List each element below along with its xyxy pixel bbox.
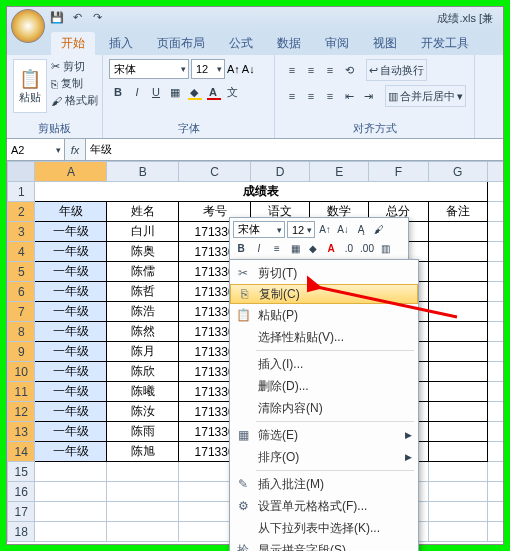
data-cell[interactable] — [428, 382, 487, 402]
col-header-D[interactable]: D — [251, 162, 310, 182]
menu-item[interactable]: ▦筛选(E)▶ — [230, 424, 418, 446]
row-header-10[interactable]: 10 — [8, 362, 35, 382]
col-header-F[interactable]: F — [369, 162, 428, 182]
merge-icon[interactable]: ▥ — [377, 240, 393, 256]
fill-color-icon[interactable]: ◆ — [185, 83, 203, 101]
menu-item[interactable]: 📋粘贴(P) — [230, 304, 418, 326]
data-cell[interactable] — [428, 282, 487, 302]
empty-cell[interactable] — [487, 462, 503, 482]
row-header-9[interactable]: 9 — [8, 342, 35, 362]
empty-cell[interactable] — [428, 482, 487, 502]
sheet-title-cell[interactable]: 成绩表 — [35, 182, 487, 202]
row-header-12[interactable]: 12 — [8, 402, 35, 422]
row-header-7[interactable]: 7 — [8, 302, 35, 322]
data-cell[interactable]: 一年级 — [35, 302, 107, 322]
data-cell[interactable]: 陈雨 — [107, 422, 179, 442]
col-header-G[interactable]: G — [428, 162, 487, 182]
mini-font-combo[interactable]: 宋体 — [233, 221, 285, 238]
data-cell[interactable]: 陈汝 — [107, 402, 179, 422]
row-header-1[interactable]: 1 — [8, 182, 35, 202]
row-header-16[interactable]: 16 — [8, 482, 35, 502]
data-cell[interactable]: 一年级 — [35, 362, 107, 382]
tab-审阅[interactable]: 审阅 — [315, 32, 359, 55]
orientation-icon[interactable]: ⟲ — [340, 61, 358, 79]
align-bottom-icon[interactable]: ≡ — [321, 61, 339, 79]
row-header-11[interactable]: 11 — [8, 382, 35, 402]
data-cell[interactable]: 陈欣 — [107, 362, 179, 382]
row-header-15[interactable]: 15 — [8, 462, 35, 482]
row-header-17[interactable]: 17 — [8, 502, 35, 522]
format-painter-icon[interactable]: 🖌 — [371, 222, 387, 238]
data-cell[interactable]: 陈旭 — [107, 442, 179, 462]
menu-item[interactable]: 从下拉列表中选择(K)... — [230, 517, 418, 539]
header-cell[interactable]: 年级 — [35, 202, 107, 222]
formula-input[interactable]: 年级 — [85, 139, 503, 160]
menu-item[interactable]: 选择性粘贴(V)... — [230, 326, 418, 348]
row-header-8[interactable]: 8 — [8, 322, 35, 342]
empty-cell[interactable] — [35, 502, 107, 522]
data-cell[interactable] — [428, 322, 487, 342]
data-cell[interactable]: 一年级 — [35, 442, 107, 462]
style-icon[interactable]: Ą — [353, 222, 369, 238]
menu-item[interactable]: 插入(I)... — [230, 353, 418, 375]
align-right-icon[interactable]: ≡ — [321, 87, 339, 105]
align-center-icon[interactable]: ≡ — [302, 87, 320, 105]
data-cell[interactable]: 陈哲 — [107, 282, 179, 302]
data-cell[interactable]: 一年级 — [35, 402, 107, 422]
data-cell[interactable]: 陈浩 — [107, 302, 179, 322]
grow-font-icon[interactable]: A↑ — [317, 222, 333, 238]
decimal-dec-icon[interactable]: .0 — [341, 240, 357, 256]
data-cell[interactable]: 一年级 — [35, 322, 107, 342]
font-color-icon[interactable]: A — [204, 83, 222, 101]
data-cell[interactable]: 白川 — [107, 222, 179, 242]
row-header-13[interactable]: 13 — [8, 422, 35, 442]
indent-inc-icon[interactable]: ⇥ — [359, 87, 377, 105]
menu-item[interactable]: 捡显示拼音字段(S) — [230, 539, 418, 551]
empty-cell[interactable] — [35, 462, 107, 482]
redo-icon[interactable]: ↷ — [89, 11, 105, 27]
empty-cell[interactable] — [107, 482, 179, 502]
row-header-18[interactable]: 18 — [8, 522, 35, 542]
bold-icon[interactable]: B — [109, 83, 127, 101]
col-header-B[interactable]: B — [107, 162, 179, 182]
border-icon[interactable]: ▦ — [166, 83, 184, 101]
border-icon[interactable]: ▦ — [287, 240, 303, 256]
data-cell[interactable]: 陈然 — [107, 322, 179, 342]
header-cell[interactable]: 姓名 — [107, 202, 179, 222]
data-cell[interactable] — [428, 362, 487, 382]
format-painter-button[interactable]: 🖌格式刷 — [51, 93, 98, 108]
font-family-combo[interactable]: 宋体 — [109, 59, 189, 79]
align-top-icon[interactable]: ≡ — [283, 61, 301, 79]
menu-item[interactable]: ⚙设置单元格格式(F)... — [230, 495, 418, 517]
shrink-font-icon[interactable]: A↓ — [242, 63, 255, 75]
fx-icon[interactable]: fx — [65, 139, 85, 160]
undo-icon[interactable]: ↶ — [69, 11, 85, 27]
align-left-icon[interactable]: ≡ — [283, 87, 301, 105]
data-cell[interactable]: 陈月 — [107, 342, 179, 362]
tab-插入[interactable]: 插入 — [99, 32, 143, 55]
data-cell[interactable] — [428, 402, 487, 422]
data-cell[interactable]: 陈曦 — [107, 382, 179, 402]
col-header-H[interactable]: H — [487, 162, 503, 182]
merge-center-button[interactable]: ▥合并后居中▾ — [385, 85, 466, 107]
data-cell[interactable]: 一年级 — [35, 342, 107, 362]
empty-cell[interactable] — [487, 522, 503, 542]
name-box[interactable]: A2 — [7, 139, 65, 160]
tab-开发工具[interactable]: 开发工具 — [411, 32, 479, 55]
mini-size-combo[interactable]: 12 — [287, 221, 315, 238]
underline-icon[interactable]: U — [147, 83, 165, 101]
data-cell[interactable]: 陈儒 — [107, 262, 179, 282]
data-cell[interactable] — [428, 422, 487, 442]
empty-cell[interactable] — [487, 482, 503, 502]
decimal-inc-icon[interactable]: .00 — [359, 240, 375, 256]
wrap-text-button[interactable]: ↩自动换行 — [366, 59, 427, 81]
col-header-C[interactable]: C — [179, 162, 251, 182]
tab-视图[interactable]: 视图 — [363, 32, 407, 55]
data-cell[interactable]: 一年级 — [35, 282, 107, 302]
data-cell[interactable] — [428, 262, 487, 282]
row-header-6[interactable]: 6 — [8, 282, 35, 302]
grow-font-icon[interactable]: A↑ — [227, 63, 240, 75]
menu-item[interactable]: 清除内容(N) — [230, 397, 418, 419]
shrink-font-icon[interactable]: A↓ — [335, 222, 351, 238]
cut-button[interactable]: ✂剪切 — [51, 59, 98, 74]
